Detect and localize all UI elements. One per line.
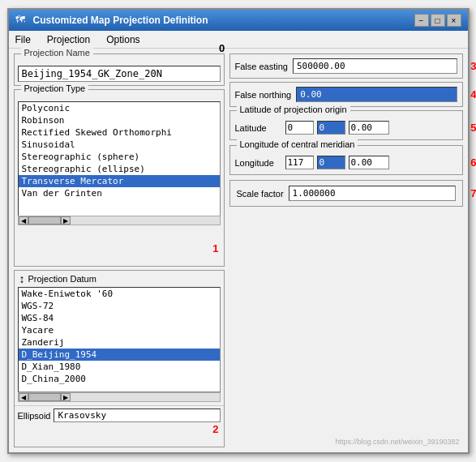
list-item[interactable]: Sinusoidal bbox=[19, 139, 220, 151]
scale-factor-input[interactable] bbox=[289, 186, 456, 201]
longitude-meridian-box: Longitude of central meridian Longitude … bbox=[229, 145, 463, 175]
longitude-meridian-label: Longitude of central meridian bbox=[237, 139, 358, 149]
hscroll-datum[interactable]: ◀ ▶ bbox=[18, 392, 221, 402]
window-title: Customized Map Projection Definition bbox=[33, 15, 208, 26]
lon-label: Longitude bbox=[235, 158, 282, 168]
ellipsoid-input[interactable] bbox=[54, 409, 220, 422]
lon-min-input[interactable] bbox=[317, 156, 345, 169]
longitude-coord-row: Longitude 6 bbox=[235, 156, 457, 169]
menu-options[interactable]: Options bbox=[103, 33, 143, 46]
list-item-selected[interactable]: Transverse Mercator bbox=[19, 175, 220, 187]
annotation-7: 7 bbox=[470, 187, 476, 199]
hscroll-type[interactable]: ◀ ▶ bbox=[18, 216, 221, 225]
projection-type-list-container: Polyconic Robinson Rectified Skewed Orth… bbox=[15, 98, 224, 216]
minimize-button[interactable]: − bbox=[414, 14, 429, 27]
lon-sec-input[interactable] bbox=[349, 156, 389, 169]
scroll-thumb[interactable] bbox=[28, 216, 61, 225]
list-item[interactable]: Robinson bbox=[19, 114, 220, 126]
datum-label: Projection Datum bbox=[28, 274, 96, 284]
scroll-left-btn[interactable]: ◀ bbox=[19, 216, 28, 225]
maximize-button[interactable]: □ bbox=[431, 14, 445, 27]
list-item[interactable]: Wake-Eniwetok '60 bbox=[19, 288, 220, 300]
window-controls: − □ × bbox=[414, 14, 461, 27]
menu-projection[interactable]: Projection bbox=[44, 33, 93, 46]
annotation-3: 3 bbox=[470, 60, 476, 72]
projection-type-label: Projection Type bbox=[21, 83, 89, 93]
title-bar: 🗺 Customized Map Projection Definition −… bbox=[9, 10, 468, 31]
left-panel: Projection Name Projection Type Polyconi… bbox=[14, 53, 225, 447]
datum-list-container: Wake-Eniwetok '60 WGS-72 WGS-84 Yacare Z… bbox=[15, 287, 224, 392]
lat-label: Latitude bbox=[235, 123, 282, 133]
list-item[interactable]: Yacare bbox=[19, 324, 220, 336]
list-item[interactable]: D_China_2000 bbox=[19, 373, 220, 385]
false-northing-input[interactable] bbox=[296, 87, 457, 102]
ellipsoid-row: Ellipsoid bbox=[15, 405, 224, 425]
list-item-selected[interactable]: D_Beijing_1954 bbox=[19, 349, 220, 361]
main-window: 🗺 Customized Map Projection Definition −… bbox=[7, 8, 470, 454]
list-item[interactable]: Zanderij bbox=[19, 336, 220, 349]
false-easting-box: False easting 3 bbox=[229, 53, 463, 79]
false-easting-label: False easting bbox=[235, 62, 288, 71]
false-easting-input[interactable] bbox=[293, 58, 457, 74]
list-item[interactable]: Stereographic (sphere) bbox=[19, 151, 220, 163]
scroll-right-btn[interactable]: ▶ bbox=[61, 216, 71, 225]
menu-bar: File Projection Options bbox=[9, 31, 468, 49]
menu-file[interactable]: File bbox=[12, 33, 34, 46]
annotation-0: 0 bbox=[219, 42, 225, 54]
datum-list[interactable]: Wake-Eniwetok '60 WGS-72 WGS-84 Yacare Z… bbox=[18, 287, 221, 392]
spacer bbox=[229, 210, 463, 434]
right-panel: 0 False easting 3 False northing 4 Latit… bbox=[229, 53, 463, 447]
latitude-origin-label: Latitude of projection origin bbox=[237, 105, 350, 114]
datum-header: ↕ Projection Datum bbox=[15, 271, 224, 287]
annotation-4: 4 bbox=[470, 88, 476, 101]
projection-datum-box: ↕ Projection Datum Wake-Eniwetok '60 WGS… bbox=[14, 270, 225, 447]
list-item[interactable]: Van der Grinten bbox=[19, 187, 220, 199]
datum-sort-icon: ↕ bbox=[19, 272, 25, 285]
lat-min-input[interactable] bbox=[317, 121, 345, 135]
list-item[interactable]: D_Xian_1980 bbox=[19, 361, 220, 373]
title-bar-left: 🗺 Customized Map Projection Definition bbox=[15, 14, 208, 27]
lat-deg-input[interactable] bbox=[285, 121, 314, 135]
main-content: Projection Name Projection Type Polyconi… bbox=[9, 49, 468, 452]
annotation-5: 5 bbox=[470, 122, 476, 134]
scroll-left-btn[interactable]: ◀ bbox=[19, 393, 28, 401]
projection-name-box: Projection Name bbox=[14, 53, 225, 86]
app-icon: 🗺 bbox=[15, 14, 28, 27]
scroll-thumb[interactable] bbox=[28, 393, 61, 401]
watermark: https://blog.csdn.net/weixin_39190382 bbox=[229, 438, 463, 447]
scale-factor-box: Scale factor 7 bbox=[229, 180, 463, 207]
annotation-6: 6 bbox=[470, 156, 476, 169]
list-item[interactable]: Stereographic (ellipse) bbox=[19, 163, 220, 175]
list-item[interactable]: Rectified Skewed Orthomorphi bbox=[19, 126, 220, 139]
list-item[interactable]: WGS-84 bbox=[19, 312, 220, 324]
projection-type-list[interactable]: Polyconic Robinson Rectified Skewed Orth… bbox=[18, 101, 221, 216]
lon-deg-input[interactable] bbox=[285, 156, 314, 169]
ellipsoid-label: Ellipsoid bbox=[18, 411, 51, 421]
projection-name-label: Projection Name bbox=[21, 48, 93, 58]
scroll-right-btn[interactable]: ▶ bbox=[61, 393, 71, 401]
annotation-2: 2 bbox=[212, 423, 218, 435]
latitude-coord-row: Latitude 5 bbox=[235, 121, 457, 135]
list-item[interactable]: WGS-72 bbox=[19, 300, 220, 312]
annotation-1: 1 bbox=[212, 242, 218, 255]
latitude-origin-box: Latitude of projection origin Latitude 5 bbox=[229, 110, 463, 140]
false-northing-label: False northing bbox=[235, 90, 292, 100]
close-button[interactable]: × bbox=[447, 14, 461, 27]
lat-sec-input[interactable] bbox=[349, 121, 389, 135]
scale-factor-label: Scale factor bbox=[237, 189, 284, 199]
projection-type-box: Projection Type Polyconic Robinson Recti… bbox=[14, 89, 225, 267]
list-item[interactable]: Polyconic bbox=[19, 102, 220, 114]
projection-name-input[interactable] bbox=[18, 66, 221, 82]
false-northing-box: False northing 4 bbox=[229, 82, 463, 107]
